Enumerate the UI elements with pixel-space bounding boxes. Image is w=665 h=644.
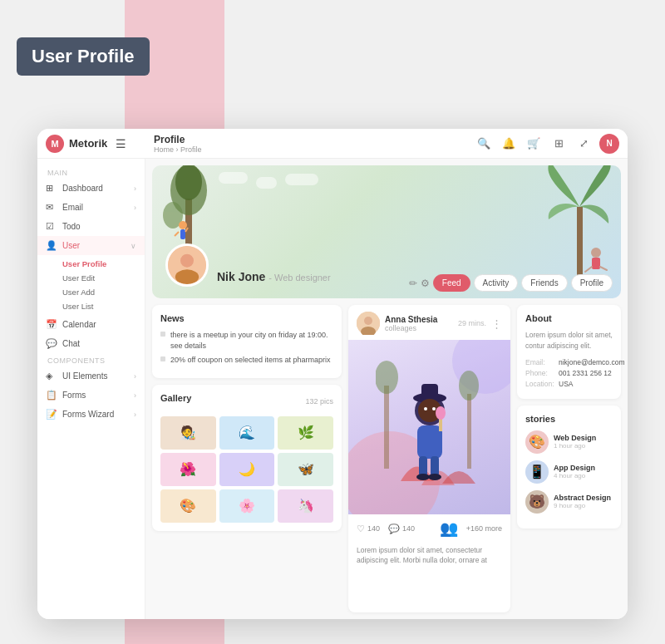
story-time-1: 1 hour ago (554, 442, 613, 450)
svg-rect-18 (467, 394, 471, 469)
profile-header: Nik Jone - Web designer ✏ ⚙ Feed Activit… (152, 165, 621, 298)
sidebar-sub-user-edit[interactable]: User Edit (56, 271, 145, 285)
about-phone-val: 001 2331 256 12 (559, 369, 612, 377)
user-avatar-top[interactable]: N (599, 134, 619, 154)
svg-point-15 (364, 317, 372, 325)
post-author-name: Anna Sthesia (385, 315, 453, 324)
left-column: News there is a meetup in your city on f… (152, 305, 342, 612)
breadcrumb-sub: Home › Profile (154, 145, 475, 154)
chat-icon: 💬 (46, 338, 57, 349)
middle-column: Anna Sthesia colleages 29 mins. ⋮ (348, 305, 510, 612)
profile-name: Nik Jone - Web designer (217, 270, 331, 283)
expand-icon[interactable]: ⤢ (574, 135, 593, 153)
sidebar-item-forms[interactable]: 📋 Forms › (37, 386, 145, 405)
story-item-2[interactable]: 📱 App Design 4 hour ago (525, 460, 613, 484)
email-icon: ✉ (46, 202, 57, 213)
story-avatar-2: 📱 (525, 460, 549, 484)
sidebar-forms-label: Forms (62, 391, 129, 400)
gallery-thumb-6[interactable]: 🦋 (278, 453, 333, 486)
svg-point-12 (180, 254, 194, 268)
profile-avatar-area: Nik Jone - Web designer (165, 243, 331, 287)
sidebar: Main ⊞ Dashboard › ✉ Email › ☑ Todo 👤 Us… (37, 159, 145, 619)
post-author-avatar (357, 312, 380, 335)
sidebar-sub-user-add[interactable]: User Add (56, 285, 145, 299)
breadcrumb-title: Profile (154, 134, 475, 145)
dashboard-arrow: › (134, 184, 136, 193)
svg-point-19 (376, 361, 398, 394)
post-image (348, 340, 510, 514)
breadcrumb-area: Profile Home › Profile (145, 134, 475, 154)
svg-point-26 (432, 407, 436, 410)
gallery-thumb-9[interactable]: 🦄 (278, 489, 333, 523)
about-card: About Lorem ipsum dolor sit amet, contur… (517, 305, 621, 399)
sidebar-item-forms-wizard[interactable]: 📝 Forms Wizard › (37, 405, 145, 424)
gallery-thumb-3[interactable]: 🌿 (278, 416, 333, 450)
tab-activity[interactable]: Activity (474, 274, 519, 292)
tab-profile[interactable]: Profile (571, 274, 613, 292)
page-label: User Profile (17, 37, 150, 76)
topbar: M Metorik ☰ Profile Home › Profile 🔍 🔔 🛒… (37, 129, 628, 159)
ui-arrow: › (134, 372, 136, 381)
gallery-header: Gallery 132 pics (160, 393, 333, 410)
gallery-thumb-8[interactable]: 🌸 (219, 489, 275, 523)
profile-role-separator: - (268, 273, 274, 283)
search-icon[interactable]: 🔍 (475, 135, 493, 153)
sidebar-item-email[interactable]: ✉ Email › (37, 198, 145, 217)
breadcrumb-home[interactable]: Home (154, 145, 174, 154)
extra-plus: +160 more (466, 524, 502, 533)
post-menu-icon[interactable]: ⋮ (491, 317, 502, 330)
cloud-2 (256, 177, 277, 189)
about-email-val: nikjone@demco.com (559, 358, 625, 366)
gallery-thumb-2[interactable]: 🌊 (219, 416, 275, 450)
logo-text: Metorik (69, 137, 107, 150)
breadcrumb-current: Profile (180, 145, 202, 154)
gallery-thumb-5[interactable]: 🌙 (219, 453, 275, 486)
story-item-1[interactable]: 🎨 Web Design 1 hour ago (525, 430, 613, 454)
post-card: Anna Sthesia colleages 29 mins. ⋮ (348, 305, 510, 612)
svg-point-32 (416, 474, 430, 480)
browser-window: M Metorik ☰ Profile Home › Profile 🔍 🔔 🛒… (37, 129, 628, 619)
like-action[interactable]: ♡ 140 (357, 524, 380, 534)
post-meta: Anna Sthesia colleages (385, 315, 453, 332)
cloud-1 (219, 172, 248, 184)
tab-friends[interactable]: Friends (521, 274, 567, 292)
sidebar-sub-user-list[interactable]: User List (56, 299, 145, 313)
gallery-thumb-7[interactable]: 🎨 (160, 489, 216, 523)
notification-icon[interactable]: 🔔 (500, 135, 518, 153)
story-item-3[interactable]: 🐻 Abstract Design 9 hour ago (525, 490, 613, 514)
sidebar-item-todo[interactable]: ☑ Todo (37, 217, 145, 236)
settings-icon[interactable]: ⚙ (421, 278, 430, 289)
hamburger-icon[interactable]: ☰ (116, 137, 126, 150)
tab-feed[interactable]: Feed (433, 274, 470, 292)
gallery-grid: 🧑‍🎨 🌊 🌿 🌺 🌙 🦋 🎨 🌸 🦄 (160, 416, 333, 523)
about-location-label: Location: (525, 380, 555, 388)
story-info-2: App Design 4 hour ago (554, 464, 613, 479)
svg-point-9 (591, 248, 601, 258)
profile-name-area: Nik Jone - Web designer (217, 270, 331, 287)
sidebar-calendar-label: Calendar (62, 320, 136, 329)
sidebar-item-user[interactable]: 👤 User ∨ (37, 236, 145, 255)
logo-area: M Metorik ☰ (46, 135, 145, 153)
edit-icon[interactable]: ✏ (409, 278, 417, 289)
news-dot-2 (160, 356, 165, 361)
svg-point-20 (459, 371, 479, 401)
sidebar-item-calendar[interactable]: 📅 Calendar (37, 315, 145, 334)
ui-elements-icon: ◈ (46, 371, 57, 381)
email-arrow: › (134, 204, 136, 212)
sidebar-item-chat[interactable]: 💬 Chat (37, 334, 145, 353)
sidebar-item-dashboard[interactable]: ⊞ Dashboard › (37, 179, 145, 198)
comment-action[interactable]: 💬 140 (388, 524, 415, 534)
about-title: About (525, 313, 613, 323)
sidebar-item-ui-elements[interactable]: ◈ UI Elements › (37, 366, 145, 386)
gallery-thumb-4[interactable]: 🌺 (160, 453, 216, 486)
cart-icon[interactable]: 🛒 (525, 135, 543, 153)
gallery-thumb-1[interactable]: 🧑‍🎨 (160, 416, 216, 450)
forms-wizard-arrow: › (134, 410, 136, 419)
post-header: Anna Sthesia colleages 29 mins. ⋮ (348, 305, 510, 340)
user-arrow: ∨ (131, 242, 136, 250)
sidebar-sub-user-profile[interactable]: User Profile (56, 257, 145, 271)
news-text-1: there is a meetup in your city on friday… (170, 330, 333, 351)
feed-layout: News there is a meetup in your city on f… (145, 298, 628, 619)
grid-icon[interactable]: ⊞ (549, 135, 568, 153)
stories-title: stories (525, 414, 613, 424)
